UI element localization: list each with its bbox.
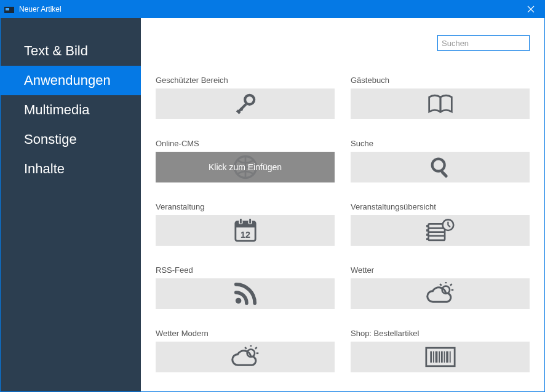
tile-grid: Geschützter Bereich Gästebuch (156, 76, 530, 372)
rss-icon (234, 282, 257, 305)
tile-search[interactable] (351, 152, 530, 182)
svg-rect-1 (6, 8, 9, 10)
tile-shop-order[interactable] (351, 342, 530, 372)
tile-hover-text: Klick zum Einfügen (209, 162, 282, 172)
main-panel[interactable]: Geschützter Bereich Gästebuch (141, 18, 544, 391)
tile-label: Wetter Modern (156, 329, 335, 338)
key-icon (233, 92, 258, 116)
svg-rect-20 (426, 225, 429, 227)
nav-label: Sonstige (24, 131, 77, 147)
tile-rss[interactable] (156, 278, 335, 309)
svg-line-35 (245, 347, 247, 349)
svg-rect-23 (426, 238, 429, 240)
tile-label: Wetter (351, 265, 530, 275)
app-window: Neuer Artikel Text & Bild Anwendungen Mu… (0, 0, 545, 392)
tile-protected-area[interactable] (156, 88, 335, 119)
schedule-icon (426, 218, 455, 243)
body: Text & Bild Anwendungen Multimedia Sonst… (1, 18, 544, 391)
tile-online-cms[interactable]: Klick zum Einfügen (156, 152, 335, 182)
tile-label: Veranstaltungsübersicht (351, 202, 530, 211)
svg-line-34 (255, 347, 257, 349)
tile-weather-modern[interactable] (156, 342, 335, 372)
close-icon (527, 6, 535, 13)
svg-point-7 (432, 159, 444, 171)
book-icon (427, 93, 454, 115)
nav-label: Inhalte (24, 161, 65, 177)
svg-rect-40 (439, 351, 440, 363)
svg-point-25 (235, 298, 241, 304)
nav-anwendungen[interactable]: Anwendungen (1, 66, 141, 95)
svg-line-29 (450, 284, 452, 286)
svg-rect-8 (440, 170, 448, 178)
tile-label: Shop: Bestellartikel (351, 329, 530, 338)
weather-icon (231, 345, 260, 369)
svg-rect-12 (239, 219, 241, 224)
tile-label: Suche (351, 139, 530, 148)
weather-icon (426, 282, 455, 305)
nav-label: Text & Bild (24, 43, 88, 59)
window-title: Neuer Artikel (19, 5, 517, 14)
svg-rect-22 (426, 233, 429, 236)
svg-point-2 (245, 95, 254, 104)
close-button[interactable] (517, 1, 544, 18)
tile-label: RSS-Feed (156, 265, 335, 275)
search-icon (428, 155, 453, 179)
tile-event[interactable]: 12 (156, 215, 335, 246)
nav-sonstige[interactable]: Sonstige (1, 125, 141, 154)
nav-text-bild[interactable]: Text & Bild (1, 36, 141, 66)
tile-label: Online-CMS (156, 139, 335, 148)
svg-rect-39 (435, 351, 437, 363)
tile-label: Geschützter Bereich (156, 76, 335, 85)
svg-rect-43 (446, 351, 448, 363)
svg-rect-21 (426, 229, 429, 232)
sidebar: Text & Bild Anwendungen Multimedia Sonst… (1, 18, 141, 391)
tile-label: Veranstaltung (156, 202, 335, 211)
nav-label: Anwendungen (24, 73, 111, 88)
svg-rect-10 (235, 222, 255, 228)
nav-label: Multimedia (24, 102, 89, 118)
svg-line-30 (440, 284, 442, 286)
tile-label: Gästebuch (351, 76, 530, 85)
svg-rect-38 (432, 351, 434, 363)
barcode-icon (425, 347, 456, 367)
nav-multimedia[interactable]: Multimedia (1, 95, 141, 125)
tile-event-overview[interactable] (351, 215, 530, 246)
search-input[interactable] (437, 35, 530, 51)
titlebar: Neuer Artikel (1, 1, 544, 18)
svg-rect-42 (444, 351, 445, 363)
svg-rect-37 (430, 351, 432, 363)
calendar-icon: 12 (234, 218, 257, 243)
tile-guestbook[interactable] (351, 88, 530, 119)
svg-rect-41 (440, 351, 442, 363)
app-icon (3, 3, 15, 15)
tile-weather[interactable] (351, 278, 530, 309)
nav-inhalte[interactable]: Inhalte (1, 154, 141, 184)
svg-rect-44 (449, 351, 450, 363)
svg-text:12: 12 (241, 230, 250, 240)
svg-rect-14 (249, 219, 251, 224)
